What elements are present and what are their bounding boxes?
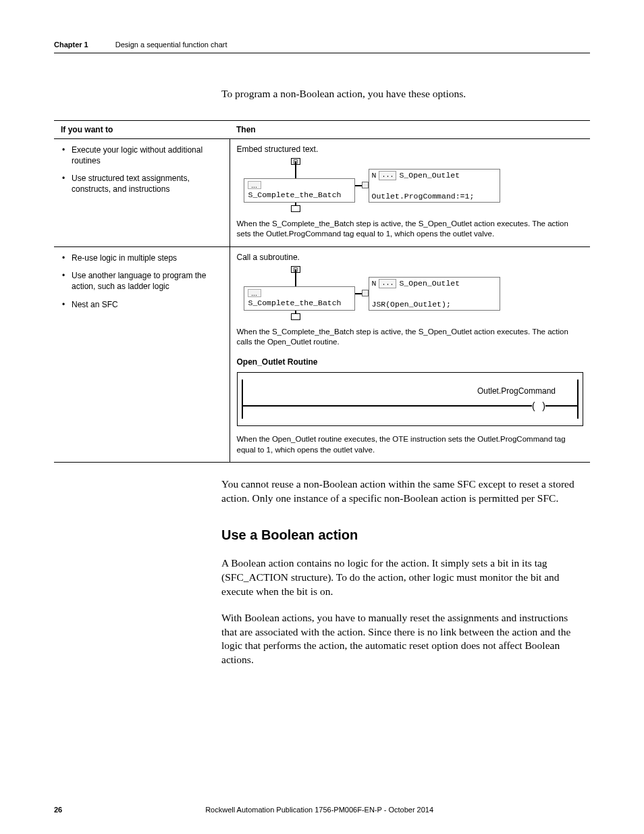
sfc-diagram: ⊟ S_Complete_the_Batch ... N ... S_Open_…: [237, 266, 584, 320]
list-item: Use another language to program the acti…: [61, 270, 223, 292]
table-header-right: Then: [230, 120, 590, 138]
ladder-rung: [242, 405, 579, 407]
ladder-rail: [242, 380, 243, 419]
ladder-diagram: Outlet.ProgCommand (): [237, 372, 584, 426]
connector-bottom-icon: [291, 205, 300, 212]
connector-node-icon: [362, 290, 369, 296]
sfc-action-box: N ... S_Open_Outlet JSR(Open_Outlet);: [369, 277, 500, 311]
section-heading: Use a Boolean action: [221, 526, 576, 544]
ellipsis-icon: ...: [248, 289, 261, 297]
ellipsis-icon: ...: [248, 181, 261, 189]
ellipsis-icon: ...: [379, 171, 396, 180]
connector-line: [295, 269, 296, 286]
then-intro: Call a subroutine.: [237, 253, 584, 262]
page-footer: 26 Rockwell Automation Publication 1756-…: [54, 806, 590, 814]
ladder-rail: [577, 380, 579, 419]
options-table: If you want to Then Execute your logic w…: [54, 120, 590, 463]
chapter-title: Design a sequential function chart: [115, 41, 227, 49]
list-item: Use structured text assignments, constru…: [61, 173, 223, 194]
sfc-action-box: N ... S_Open_Outlet Outlet.ProgCommand:=…: [369, 169, 500, 203]
chapter-label: Chapter 1: [54, 41, 88, 49]
page-number: 26: [54, 806, 62, 814]
table-row: Execute your logic without additional ro…: [54, 138, 590, 246]
action-qualifier: N: [372, 171, 377, 180]
action-name: S_Open_Outlet: [399, 279, 460, 288]
connector-node-icon: [362, 182, 369, 188]
table-row: Re-use logic in multiple steps Use anoth…: [54, 246, 590, 462]
step-name: S_Complete_the_Batch: [248, 190, 342, 199]
action-qualifier: N: [372, 279, 377, 288]
ote-coil-icon: (): [532, 400, 545, 412]
step-name: S_Complete_the_Batch: [248, 298, 342, 307]
action-body: Outlet.ProgCommand:=1;: [372, 192, 497, 201]
publication-line: Rockwell Automation Publication 1756-PM0…: [62, 806, 576, 814]
list-item: Re-use logic in multiple steps: [61, 253, 223, 263]
ellipsis-icon: ...: [379, 279, 396, 288]
intro-paragraph: To program a non-Boolean action, you hav…: [221, 87, 576, 101]
action-body: JSR(Open_Outlet);: [372, 300, 497, 309]
list-item: Execute your logic without additional ro…: [61, 145, 223, 166]
after-table-paragraph: You cannot reuse a non-Boolean action wi…: [221, 477, 576, 506]
routine-heading: Open_Outlet Routine: [237, 357, 584, 367]
then-intro: Embed structured text.: [237, 145, 584, 154]
bullet-list: Re-use logic in multiple steps Use anoth…: [61, 253, 223, 310]
section-paragraph-1: A Boolean action contains no logic for t…: [221, 556, 576, 599]
connector-bottom-icon: [291, 313, 300, 320]
diagram-explanation: When the S_Complete_the_Batch step is ac…: [237, 327, 584, 348]
page-header: Chapter 1 Design a sequential function c…: [54, 41, 590, 53]
sfc-diagram: ⊟ S_Complete_the_Batch ... N ... S_Open_…: [237, 158, 584, 212]
connector-line: [295, 161, 296, 178]
ladder-tag-label: Outlet.ProgCommand: [477, 386, 556, 396]
table-header-left: If you want to: [54, 120, 230, 138]
bullet-list: Execute your logic without additional ro…: [61, 145, 223, 195]
action-name: S_Open_Outlet: [399, 171, 460, 180]
diagram-explanation: When the S_Complete_the_Batch step is ac…: [237, 219, 584, 240]
section-paragraph-2: With Boolean actions, you have to manual…: [221, 611, 576, 668]
routine-explanation: When the Open_Outlet routine executes, t…: [237, 434, 584, 455]
list-item: Nest an SFC: [61, 299, 223, 310]
